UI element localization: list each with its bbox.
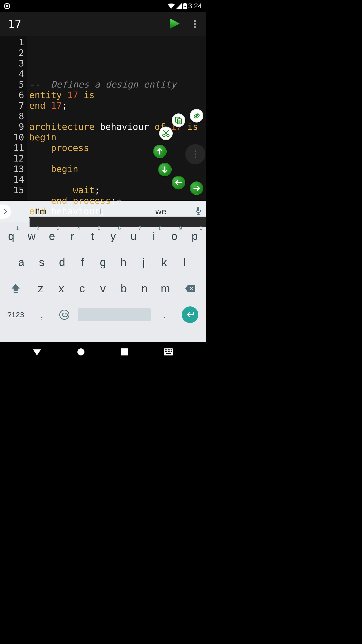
enter-key[interactable] [175,303,205,327]
key-o[interactable]: 9o [164,224,185,248]
line-number: 9 [0,122,24,132]
cut-icon[interactable] [159,127,173,140]
move-up-icon[interactable] [153,145,167,158]
code-line[interactable]: begin [29,164,206,174]
svg-rect-27 [169,351,170,352]
key-b[interactable]: b [113,277,134,300]
key-r[interactable]: 4r [62,224,82,248]
emoji-icon [59,310,69,320]
svg-rect-22 [169,349,170,350]
svg-rect-15 [14,292,18,293]
code-line[interactable]: begin [29,132,206,143]
code-line[interactable]: entity 17 is [29,90,206,100]
svg-rect-20 [166,349,167,350]
line-number: 1 [0,37,24,48]
home-button[interactable] [77,348,85,357]
battery-charging-icon [183,3,187,9]
key-q[interactable]: 1q [1,224,21,248]
svg-rect-25 [166,351,167,352]
svg-rect-23 [171,349,172,350]
svg-point-16 [77,348,84,355]
move-right-icon[interactable] [190,181,203,195]
run-button[interactable] [169,18,180,30]
code-line[interactable]: -- Defines a design entity [29,79,206,90]
code-editor[interactable]: 123456789101112131415 -- Defines a desig… [0,36,206,201]
fab-main-button[interactable] [185,144,205,164]
key-x[interactable]: x [51,277,72,300]
wifi-icon [168,3,175,9]
line-number: 5 [0,79,24,90]
svg-rect-1 [184,3,186,4]
back-button[interactable] [33,348,41,356]
key-t[interactable]: 5t [82,224,103,248]
code-area[interactable]: -- Defines a design entityentity 17 isen… [27,36,206,201]
app-bar: 17 [0,12,206,36]
line-number: 11 [0,143,24,153]
line-number: 14 [0,174,24,185]
suggestion-1[interactable]: I'm [11,207,71,216]
line-number: 3 [0,58,24,69]
code-line[interactable] [29,153,206,164]
key-n[interactable]: n [134,277,155,300]
key-s[interactable]: s [31,251,52,274]
recents-button[interactable] [121,348,128,356]
overflow-menu-button[interactable] [192,18,198,30]
code-line[interactable]: end process;+ [29,195,206,206]
keyboard-switcher-button[interactable] [164,348,173,356]
paste-icon[interactable] [190,109,203,123]
svg-rect-2 [194,113,200,118]
comma-key[interactable]: , [30,303,53,327]
key-f[interactable]: f [72,251,93,274]
space-key[interactable] [76,303,153,327]
period-key[interactable]: . [153,303,175,327]
line-number: 10 [0,132,24,143]
key-z[interactable]: z [30,277,51,300]
suggestion-2[interactable]: I [71,207,131,216]
line-number: 12 [0,153,24,164]
svg-rect-19 [165,349,166,350]
key-d[interactable]: d [52,251,72,274]
key-k[interactable]: k [154,251,174,274]
key-u[interactable]: 7u [123,224,144,248]
move-left-icon[interactable] [172,176,185,189]
emoji-key[interactable] [53,303,76,327]
svg-rect-17 [121,348,128,355]
svg-rect-29 [166,353,171,354]
move-down-icon[interactable] [158,163,172,176]
status-bar: 3:24 [0,0,206,12]
key-y[interactable]: 6y [103,224,123,248]
signal-icon [176,3,182,9]
app-notification-icon [4,3,10,9]
key-l[interactable]: l [174,251,195,274]
key-g[interactable]: g [93,251,113,274]
expand-suggestions-button[interactable] [0,205,11,219]
symbols-key[interactable]: ?123 [1,303,30,327]
key-j[interactable]: j [133,251,154,274]
shift-key[interactable] [1,277,30,300]
key-h[interactable]: h [113,251,133,274]
suggestion-3[interactable]: we [131,207,191,216]
key-v[interactable]: v [93,277,113,300]
key-m[interactable]: m [155,277,176,300]
line-number: 6 [0,90,24,100]
key-i[interactable]: 8i [144,224,164,248]
line-number: 4 [0,69,24,79]
line-number: 7 [0,100,24,111]
key-e[interactable]: 3e [42,224,62,248]
code-line[interactable] [29,69,206,79]
backspace-key[interactable] [176,277,205,300]
line-gutter: 123456789101112131415 [0,36,27,201]
key-a[interactable]: a [11,251,31,274]
key-w[interactable]: 2w [21,224,42,248]
code-line[interactable]: end 17; [29,100,206,111]
svg-rect-21 [168,349,169,350]
key-c[interactable]: c [72,277,93,300]
file-title: 17 [8,18,21,30]
navigation-bar [0,342,206,362]
line-number: 13 [0,164,24,174]
key-p[interactable]: 0p [185,224,205,248]
svg-rect-28 [171,351,172,352]
copy-icon[interactable] [172,113,185,127]
svg-rect-26 [168,351,169,352]
code-line[interactable]: process [29,143,206,153]
